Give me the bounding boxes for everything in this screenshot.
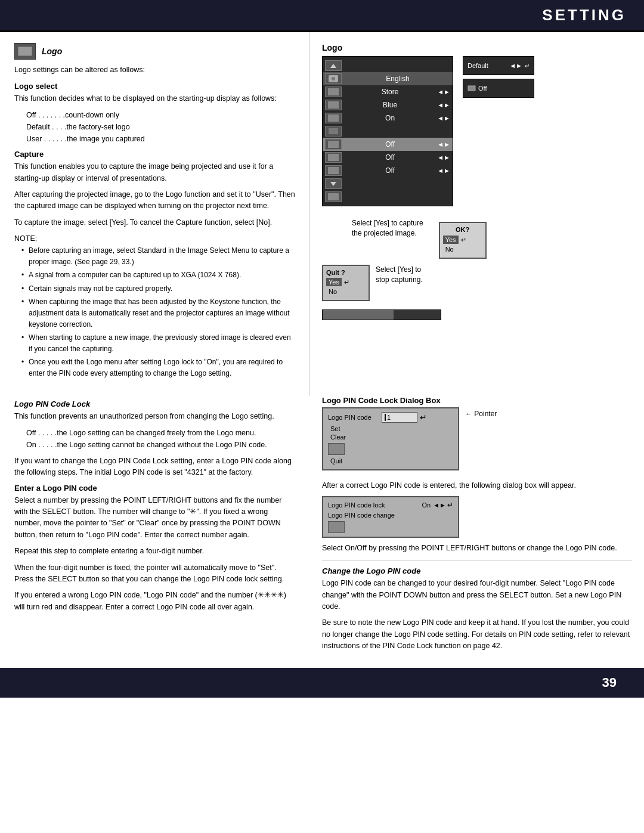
note-item-3: Certain signals may not be captured prop… bbox=[21, 283, 295, 295]
progress-bar bbox=[322, 309, 441, 320]
note-item-4: When capturing the image that has been a… bbox=[21, 296, 295, 330]
logo-select-options: Off . . . . . . .count-down only Default… bbox=[14, 109, 295, 145]
menu-arrow-off1: ◄► bbox=[437, 141, 450, 148]
enter-pin-when-fixed: When the four-digit number is fixed, the… bbox=[14, 562, 296, 586]
pin-code-para1: This function prevents an unauthorized p… bbox=[14, 411, 296, 422]
page-header: SETTING bbox=[0, 0, 644, 32]
pin-enter-arrow: ↵ bbox=[420, 413, 427, 422]
pin-lock-row1: Logo PIN code lock On ◄► ↵ bbox=[328, 501, 453, 509]
logo-select-section: Logo select This function decides what t… bbox=[14, 82, 295, 145]
menu-icon-down bbox=[325, 178, 342, 189]
left-column: Logo Logo settings can be altered as fol… bbox=[0, 32, 310, 396]
change-pin-para2: Be sure to note the new Logo PIN code an… bbox=[322, 617, 632, 652]
change-pin-para1: Logo PIN code can be changed to your des… bbox=[322, 578, 632, 612]
menu-row-on: On ◄► bbox=[323, 112, 453, 125]
menu-icon-up bbox=[325, 60, 342, 71]
pin-value: 1 bbox=[387, 414, 391, 421]
pin-lock-dialog: Logo PIN code lock On ◄► ↵ Logo PIN code… bbox=[322, 496, 459, 538]
pin-dialog-box: Logo PIN code 1 ↵ Set Clear Quit bbox=[322, 407, 459, 470]
pin-lock-enter: ↵ bbox=[447, 501, 453, 509]
enter-pin-para: Select a number by pressing the POINT LE… bbox=[14, 495, 296, 541]
lower-left-column: Logo PIN Code Lock This function prevent… bbox=[0, 396, 310, 668]
divider bbox=[322, 560, 632, 561]
menu-label-off1: Off bbox=[345, 140, 435, 148]
menu-label-on: On bbox=[345, 114, 435, 122]
pin-code-row: Logo PIN code 1 ↵ bbox=[328, 412, 453, 423]
select-note: Select On/Off by pressing the POINT LEFT… bbox=[322, 543, 632, 554]
menu-row-up bbox=[323, 59, 453, 72]
ok-enter-icon: ↵ bbox=[461, 236, 466, 244]
quit-yes-label: Yes bbox=[326, 278, 342, 286]
menu-icon-on-inner bbox=[328, 114, 339, 122]
capture-note: Select [Yes] to capturethe projected ima… bbox=[352, 218, 423, 239]
pin-lock-value1: On bbox=[422, 501, 431, 509]
menu-icon-camera bbox=[325, 73, 342, 84]
logo-option-off: Off . . . . . . .count-down only bbox=[26, 109, 295, 121]
pin-lock-label1: Logo PIN code lock bbox=[328, 501, 422, 509]
logo-menu-widget: English Store ◄► Blue ◄► bbox=[322, 56, 453, 206]
overlay-value-default: ◄► bbox=[509, 62, 522, 69]
logo-small-icon bbox=[467, 85, 476, 91]
pin-on-desc: On . . . . .the Logo setting cannot be c… bbox=[26, 439, 296, 451]
pin-icon bbox=[328, 443, 345, 455]
page-number: 39 bbox=[593, 673, 626, 693]
menu-row-off3: Off ◄► bbox=[323, 164, 453, 177]
pin-cursor bbox=[385, 414, 386, 421]
logo-option-user: User . . . . . .the image you captured bbox=[26, 133, 295, 145]
pin-clear-option: Clear bbox=[328, 433, 453, 441]
svg-rect-0 bbox=[468, 86, 475, 91]
logo-section-header: Logo bbox=[14, 43, 295, 60]
menu-row-down bbox=[323, 177, 453, 190]
menu-row-blue: Blue ◄► bbox=[323, 98, 453, 112]
menu-label-off2: Off bbox=[345, 153, 435, 162]
logo-select-title: Logo select bbox=[14, 82, 295, 91]
menu-arrow-store: ◄► bbox=[437, 88, 450, 95]
menu-row-camera: English bbox=[323, 72, 453, 85]
menu-arrow-off2: ◄► bbox=[437, 154, 450, 161]
ok-no-label: No bbox=[443, 245, 456, 253]
capture-para1: This function enables you to capture the… bbox=[14, 161, 295, 184]
menu-icon-off2-inner bbox=[328, 154, 339, 161]
overlay-off-box: Off bbox=[463, 79, 534, 98]
menu-icon-off1-inner bbox=[328, 141, 339, 148]
quit-no-row: No bbox=[326, 287, 366, 296]
stop-capturing-note: Select [Yes] tostop capturing. bbox=[376, 265, 423, 285]
pin-code-options: Off . . . . .the Logo setting can be cha… bbox=[14, 427, 296, 451]
menu-icon-off3-inner bbox=[328, 167, 339, 174]
pin-lock-icon bbox=[328, 521, 345, 533]
quit-dialog: Quit ? Yes ↵ No bbox=[322, 265, 370, 301]
note-item-1: Before capturing an image, select Standa… bbox=[21, 245, 295, 267]
menu-icon-blue bbox=[325, 100, 342, 110]
note-item-6: Once you exit the Logo menu after settin… bbox=[21, 357, 295, 379]
menu-row-off2: Off ◄► bbox=[323, 151, 453, 164]
overlay-label-default: Default bbox=[467, 62, 509, 69]
quit-dialog-title: Quit ? bbox=[326, 269, 366, 276]
pin-lock-arrows: ◄► bbox=[433, 501, 446, 509]
enter-icon-default: ↵ bbox=[525, 63, 530, 69]
menu-label-off3: Off bbox=[345, 166, 435, 175]
overlay-row-off: Off bbox=[466, 82, 531, 95]
pin-code-para2: If you want to change the Logo PIN Code … bbox=[14, 456, 296, 479]
ok-dialog-title: OK? bbox=[443, 226, 482, 233]
menu-icon-store bbox=[325, 86, 342, 97]
pin-off-desc: Off . . . . .the Logo setting can be cha… bbox=[26, 427, 296, 439]
logo-icon bbox=[18, 47, 32, 56]
page-title: SETTING bbox=[542, 6, 626, 24]
pin-lock-label2: Logo PIN code change bbox=[328, 512, 453, 519]
pin-code-section: Logo PIN Code Lock This function prevent… bbox=[14, 400, 296, 614]
pin-icon-row bbox=[328, 443, 453, 455]
pin-quit-option: Quit bbox=[328, 457, 453, 465]
ok-no-row: No bbox=[443, 245, 482, 253]
menu-icon-off2 bbox=[325, 152, 342, 163]
right-column: Logo English bbox=[310, 32, 644, 396]
quit-no-label: No bbox=[326, 287, 339, 296]
menu-label-blue: Blue bbox=[345, 101, 435, 109]
menu-icon-on bbox=[325, 113, 342, 123]
menu-arrow-blue: ◄► bbox=[437, 101, 450, 109]
capture-para3: To capture the image, select [Yes]. To c… bbox=[14, 217, 295, 228]
lower-right-column: Logo PIN Code Lock Dialog Box Logo PIN c… bbox=[310, 396, 644, 668]
menu-row-off1: Off ◄► bbox=[323, 138, 453, 151]
logo-desc: Logo settings can be altered as follows: bbox=[14, 64, 295, 76]
menu-icon-blue-inner bbox=[328, 101, 339, 109]
capture-para2: After capturing the projected image, go … bbox=[14, 189, 295, 212]
